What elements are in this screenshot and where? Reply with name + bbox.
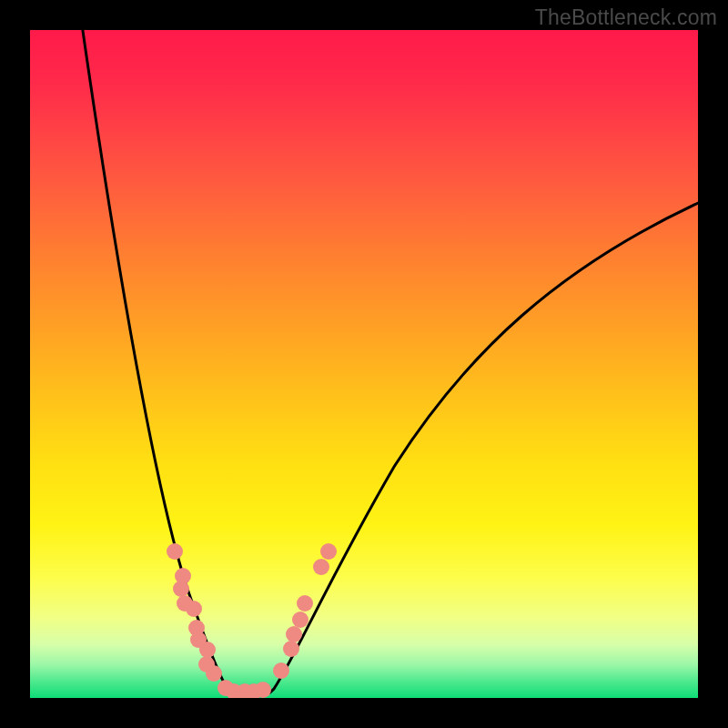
data-dot xyxy=(206,665,222,682)
data-dot xyxy=(320,543,337,560)
data-dot xyxy=(286,626,302,642)
data-dot xyxy=(297,595,313,612)
curve-group xyxy=(80,30,698,696)
data-dot xyxy=(255,682,271,698)
chart-svg xyxy=(30,30,698,698)
data-dot xyxy=(199,642,216,658)
data-dot xyxy=(186,601,202,617)
data-dot xyxy=(283,641,299,657)
left-curve xyxy=(80,30,252,696)
data-dot xyxy=(173,581,189,597)
data-dot xyxy=(292,612,308,628)
right-curve xyxy=(252,198,698,696)
data-dot xyxy=(167,543,183,560)
data-dot xyxy=(273,662,289,679)
data-dot xyxy=(313,559,329,575)
plot-area xyxy=(30,30,698,698)
watermark-text: TheBottleneck.com xyxy=(535,5,717,30)
outer-frame: TheBottleneck.com xyxy=(0,0,728,728)
